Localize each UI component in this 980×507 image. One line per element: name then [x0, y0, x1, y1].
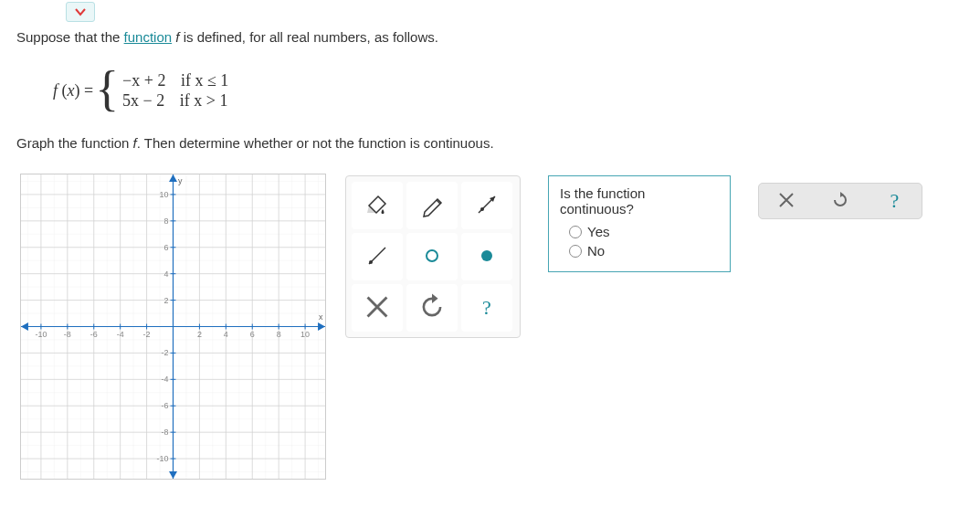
intro-before: Suppose that the	[16, 29, 124, 45]
case-1: −x + 2 if x ≤ 1	[122, 70, 228, 90]
svg-text:-10: -10	[157, 454, 169, 463]
svg-marker-99	[432, 293, 438, 302]
redo-icon	[831, 191, 849, 212]
segment-icon	[362, 240, 393, 274]
svg-text:6: 6	[250, 330, 255, 339]
svg-text:-6: -6	[90, 330, 98, 339]
radio-yes[interactable]: Yes	[569, 224, 719, 239]
svg-text:-10: -10	[35, 330, 47, 339]
svg-text:-2: -2	[162, 348, 169, 357]
question-icon: ?	[890, 189, 899, 213]
chevron-down-icon	[74, 5, 87, 20]
ray-icon	[471, 189, 502, 223]
case-2: 5x − 2 if x > 1	[122, 90, 228, 111]
svg-text:6: 6	[164, 243, 169, 252]
svg-text:8: 8	[277, 330, 281, 339]
svg-text:10: 10	[300, 330, 310, 339]
svg-text:-6: -6	[162, 401, 169, 410]
radio-icon	[569, 226, 582, 238]
undo-icon	[416, 291, 448, 325]
svg-text:-4: -4	[117, 330, 124, 339]
left-brace-icon: {	[95, 64, 119, 113]
intro-after: f	[172, 29, 184, 45]
svg-text:8: 8	[164, 217, 169, 226]
ray-tool-button[interactable]	[461, 182, 512, 229]
open-circle-icon	[416, 240, 448, 274]
svg-text:-8: -8	[162, 428, 169, 437]
problem-intro: Suppose that the function f f is defined…	[16, 29, 438, 45]
question-icon: ?	[482, 296, 491, 320]
fill-tool-button[interactable]	[352, 182, 403, 229]
pencil-icon	[416, 189, 448, 223]
svg-text:-2: -2	[143, 330, 151, 339]
closed-circle-icon	[471, 240, 502, 274]
svg-text:-4: -4	[162, 375, 169, 384]
svg-text:4: 4	[164, 269, 169, 279]
graph-canvas[interactable]: x y -10-10-8-8-6-6-4-4-2-2224466881010	[20, 174, 326, 480]
svg-text:2: 2	[197, 330, 202, 339]
piecewise-definition: f (x) = { −x + 2 if x ≤ 1 5x − 2 if x > …	[53, 66, 228, 115]
x-axis-label: x	[319, 312, 323, 322]
svg-text:2: 2	[164, 296, 169, 305]
svg-marker-49	[21, 322, 28, 331]
svg-point-97	[427, 250, 437, 261]
function-link[interactable]: function	[124, 29, 173, 45]
help-button[interactable]: ?	[461, 284, 512, 332]
segment-tool-button[interactable]	[352, 233, 403, 280]
svg-text:10: 10	[160, 190, 169, 199]
svg-point-94	[480, 207, 484, 211]
x-icon	[777, 191, 796, 212]
fill-icon	[362, 189, 393, 223]
close-control-button[interactable]	[773, 187, 800, 215]
x-icon	[362, 291, 393, 325]
clear-button[interactable]	[352, 284, 403, 332]
svg-marker-50	[169, 174, 177, 182]
svg-text:4: 4	[224, 330, 228, 339]
open-point-tool-button[interactable]	[406, 233, 458, 280]
pencil-tool-button[interactable]	[406, 182, 458, 229]
closed-point-tool-button[interactable]	[461, 233, 512, 280]
svg-text:-8: -8	[64, 330, 71, 339]
y-axis-label: y	[178, 176, 183, 185]
svg-point-98	[481, 250, 492, 261]
svg-marker-48	[318, 322, 325, 331]
radio-icon	[569, 245, 582, 258]
answer-control-bar: ?	[758, 183, 922, 219]
svg-point-96	[369, 260, 373, 264]
fx-prefix: f (x) =	[53, 81, 93, 100]
continuity-question-box: Is the function continuous? Yes No	[548, 175, 731, 272]
help-control-button[interactable]: ?	[880, 187, 908, 215]
redo-control-button[interactable]	[827, 187, 854, 215]
graph-prompt: Graph the function f. Then determine whe…	[16, 135, 494, 151]
radio-no[interactable]: No	[569, 243, 719, 259]
continuity-question: Is the function continuous?	[560, 185, 719, 217]
svg-marker-51	[169, 471, 177, 479]
tool-palette: ?	[345, 175, 521, 338]
section-toggle[interactable]	[66, 2, 95, 22]
undo-button[interactable]	[406, 284, 458, 332]
